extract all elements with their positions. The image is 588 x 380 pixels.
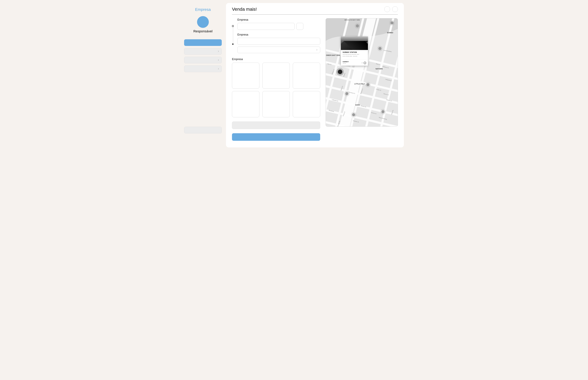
map-district-label: NATOWN	[376, 68, 383, 70]
poi-image	[341, 37, 368, 50]
timeline-dot-current	[232, 25, 234, 27]
input-aux-button[interactable]	[296, 23, 303, 30]
map-pin[interactable]	[366, 83, 369, 86]
chevron-right-icon	[218, 50, 219, 53]
field-label-1: Empresa	[237, 18, 320, 21]
header-action-2[interactable]	[392, 6, 398, 12]
map-pin[interactable]	[379, 47, 381, 50]
map-district-label: LITTLE ITALY	[354, 83, 365, 85]
poi-hours: 18-36	[343, 63, 349, 64]
map[interactable]: BROOKLYN NAVY YARD DUMBO OWER EAST SIDE …	[326, 18, 398, 127]
option-tile-3[interactable]	[293, 63, 320, 89]
submit-button[interactable]	[232, 133, 320, 141]
poi-title: SUBWAY STATION	[343, 52, 366, 53]
sidebar-title: Empresa	[184, 3, 222, 14]
avatar-label: Responsável	[184, 29, 222, 33]
option-tile-6[interactable]	[293, 91, 320, 117]
map-pin-selected[interactable]	[338, 70, 342, 74]
sidebar-primary-button[interactable]	[184, 39, 222, 46]
timeline-dot-next	[232, 43, 233, 45]
map-district-label: OWER EAST SIDE	[326, 55, 335, 56]
main-header: Venda mais!	[232, 6, 398, 15]
poi-count: 12	[361, 62, 363, 63]
empresa-input-1[interactable]	[237, 23, 295, 30]
empresa-input-2[interactable]	[237, 38, 320, 45]
header-actions	[384, 6, 398, 12]
map-district-label: DUMBO	[387, 32, 393, 34]
main-card: Venda mais! Empresa Empresa	[226, 3, 404, 147]
map-roads	[326, 18, 398, 127]
summary-bar	[232, 121, 320, 129]
poi-category: SUBWAY	[343, 61, 349, 62]
chevron-right-icon	[218, 67, 219, 70]
page-title: Venda mais!	[232, 7, 257, 12]
avatar[interactable]	[197, 16, 209, 28]
sidebar-item-2[interactable]	[184, 57, 222, 63]
map-column: BROOKLYN NAVY YARD DUMBO OWER EAST SIDE …	[326, 18, 398, 141]
option-tile-5[interactable]	[262, 91, 290, 117]
sidebar-bottom-button[interactable]	[184, 127, 222, 133]
option-grid	[232, 63, 320, 117]
timeline-line	[233, 26, 233, 44]
header-action-1[interactable]	[384, 6, 390, 12]
map-district-label: BROOKLYN NAVY YARD	[344, 19, 357, 21]
map-pin[interactable]	[352, 113, 355, 116]
sidebar: Empresa Responsável	[184, 3, 222, 135]
form-column: Empresa Empresa Empresa	[232, 18, 320, 141]
poi-address-line1: HOFWEISENSTRASSE 30/5	[343, 54, 361, 55]
map-pin[interactable]	[345, 92, 348, 95]
chevron-right-icon	[218, 59, 219, 61]
poi-ring-icon	[364, 62, 366, 64]
option-tile-4[interactable]	[232, 91, 259, 117]
field-label-3: Empresa	[232, 58, 320, 61]
map-pin[interactable]	[381, 110, 384, 113]
option-tile-2[interactable]	[262, 63, 290, 89]
empresa-select[interactable]	[237, 47, 320, 53]
sidebar-item-3[interactable]	[184, 65, 222, 72]
option-tile-1[interactable]	[232, 63, 259, 89]
chevron-right-icon	[316, 48, 318, 51]
map-pin[interactable]	[356, 24, 359, 27]
poi-address-line2: 8153 RÜMLAND, VALAIS	[343, 56, 361, 57]
map-district-label: SOHO	[355, 104, 360, 106]
map-pin[interactable]	[391, 21, 394, 24]
field-label-2: Empresa	[237, 33, 320, 36]
sidebar-item-1[interactable]	[184, 48, 222, 55]
map-poi-card[interactable]: SUBWAY STATION HOFWEISENSTRASSE 30/5 815…	[341, 37, 368, 66]
